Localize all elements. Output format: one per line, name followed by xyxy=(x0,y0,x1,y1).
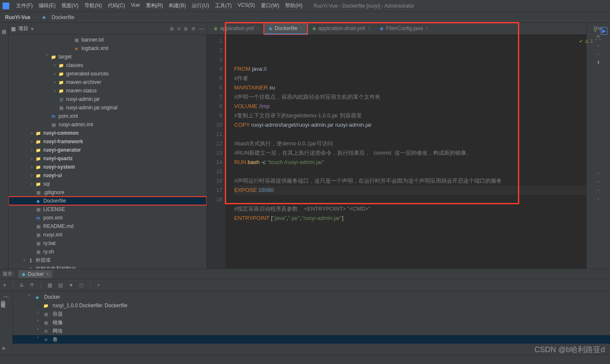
tree-row[interactable]: ›📁ruoyi-generator xyxy=(8,146,207,154)
expand-all-icon[interactable]: ⇊ xyxy=(20,282,24,288)
tree-row[interactable]: ▥ruoyi-admin.jar xyxy=(8,95,207,103)
code-line[interactable]: COPY ruoyi-admin/target/ruoyi-admin.jar … xyxy=(234,120,586,130)
collapse-all-icon[interactable]: ⇈ xyxy=(30,282,34,288)
tree-row[interactable]: ›📁ruoyi-common xyxy=(8,129,207,137)
menu-item[interactable]: 窗口(W) xyxy=(258,1,282,11)
tree-arrow-icon[interactable]: › xyxy=(29,172,35,178)
breadcrumb-root[interactable]: RuoYi-Vue xyxy=(5,14,31,20)
chevron-up-icon[interactable]: ˄ xyxy=(595,36,597,46)
code-line[interactable]: #声明一个挂载点，容器内此路径会对应宿主机的某个文件夹 xyxy=(234,92,586,102)
menu-item[interactable]: Vue xyxy=(129,1,143,11)
menu-item[interactable]: 代码(C) xyxy=(105,1,128,11)
locate-icon[interactable]: ⊕ xyxy=(170,26,174,32)
tree-row[interactable]: mpom.xml xyxy=(8,112,207,120)
star-icon[interactable]: ★ xyxy=(1,345,6,351)
close-icon[interactable]: × xyxy=(256,26,259,31)
chevron-down-icon[interactable]: ▾ xyxy=(31,26,34,32)
code-line[interactable] xyxy=(234,223,586,232)
tree-row[interactable]: ›📁ruoyi-quartz xyxy=(8,154,207,163)
tree-row[interactable]: ▤LICENSE xyxy=(8,205,207,214)
tree-arrow-icon[interactable]: › xyxy=(21,257,27,263)
tree-row[interactable]: mpom.xml xyxy=(8,214,207,222)
tree-row[interactable]: ›📁maven-status xyxy=(8,86,207,95)
tree-arrow-icon[interactable]: ˅ xyxy=(35,328,41,334)
toolbar-run-icons[interactable]: ↘ ▶ xyxy=(593,27,607,35)
add-icon[interactable]: + xyxy=(3,281,6,289)
breadcrumb-file[interactable]: Dockerfile xyxy=(52,14,74,20)
services-tree-row[interactable]: ˅◆Docker xyxy=(13,293,610,301)
tree-arrow-icon[interactable]: › xyxy=(29,139,35,144)
tree-arrow-icon[interactable]: ˅ xyxy=(35,320,41,325)
services-tree-row[interactable]: 📁ruoyi_1.0.0 Dockerfile: Dockerfile xyxy=(13,301,610,310)
code-line[interactable]: RUN bash -c "touch /ruoyi-admin.jar" xyxy=(234,158,586,167)
tree-arrow-icon[interactable]: › xyxy=(29,181,35,187)
editor-tab[interactable]: ◈FilterConfig.java× xyxy=(375,23,432,34)
close-icon[interactable]: × xyxy=(425,26,428,31)
menu-item[interactable]: 导航(N) xyxy=(82,1,104,11)
menu-item[interactable]: VCS(S) xyxy=(235,1,257,11)
project-tool-tab[interactable]: 项目 xyxy=(0,23,8,30)
hammer-icon[interactable]: ↘ xyxy=(593,27,597,35)
hide-icon[interactable]: — xyxy=(199,26,204,32)
tree-arrow-icon[interactable]: › xyxy=(29,156,35,161)
left-vertical-tabs[interactable]: 结构 收藏夹 xyxy=(0,297,6,299)
tree-row[interactable]: ›‖外部库 xyxy=(8,256,207,264)
tree-row[interactable]: ›📁classes xyxy=(8,61,207,69)
chevron-right-icon[interactable]: › xyxy=(598,187,599,192)
services-tree[interactable]: ˅◆Docker📁ruoyi_1.0.0 Dockerfile: Dockerf… xyxy=(13,291,610,350)
editor-tab[interactable]: ◈application-druid.yml× xyxy=(308,23,375,34)
code-line[interactable]: #声明运行时容器提供服务端口，这只是一个声明，在运行时并不会因为这个声明应用就会… xyxy=(234,176,586,186)
tree-row[interactable]: ▤ruoyi-admin.jar.original xyxy=(8,103,207,112)
services-tree-row[interactable]: ˅▦容器 xyxy=(13,310,610,318)
tree-arrow-icon[interactable]: › xyxy=(29,130,35,136)
collapse-icon[interactable]: ≣ xyxy=(184,26,188,32)
tree-row[interactable]: ▤ruoyi-admin.iml xyxy=(8,120,207,129)
menu-item[interactable]: 文件(F) xyxy=(14,1,35,11)
close-icon[interactable]: × xyxy=(46,271,49,277)
download-icon[interactable]: ⬇ xyxy=(596,60,600,65)
editor-body[interactable]: 123456789101112131415161718 ✔ ⚠ 1 ˄ ˅ FR… xyxy=(207,35,586,269)
code-line[interactable]: VOLUME /tmp xyxy=(234,102,586,111)
tree-arrow-icon[interactable]: ˅ xyxy=(44,54,50,60)
tree-row[interactable]: ›📁sql xyxy=(8,180,207,188)
services-tree-row[interactable]: ˅≋卷 xyxy=(13,335,610,344)
tree-arrow-icon[interactable]: › xyxy=(52,62,58,68)
editor-tab[interactable]: ◈application.yml× xyxy=(210,23,263,34)
tree-row[interactable]: ◆Dockerfile xyxy=(8,197,207,205)
menu-item[interactable]: 工具(T) xyxy=(213,1,234,11)
tree-arrow-icon[interactable]: ˅ xyxy=(26,294,32,300)
project-panel-title[interactable]: 项目 xyxy=(18,25,28,32)
menu-item[interactable]: 运行(U) xyxy=(189,1,212,11)
tree-row[interactable]: ◎临时文件和控制台 xyxy=(8,264,207,269)
tree-arrow-icon[interactable]: › xyxy=(29,147,35,153)
expand-icon[interactable]: ≡ xyxy=(177,26,180,32)
menu-item[interactable]: 编辑(E) xyxy=(36,1,58,11)
inspection-badge[interactable]: ✔ ⚠ 1 ˄ ˅ xyxy=(579,36,602,46)
group-icon[interactable]: ▤ xyxy=(58,282,63,288)
tree-row[interactable]: ▤ruoyi.iml xyxy=(8,231,207,239)
menu-item[interactable]: 视图(V) xyxy=(59,1,81,11)
code-line[interactable]: #复制上下文目录下的target/demo-1.0.0.jar 到容器里 xyxy=(234,111,586,120)
plus-icon[interactable]: + xyxy=(97,282,100,288)
tree-arrow-icon[interactable]: › xyxy=(52,71,58,77)
code-line[interactable]: #指定容器启动程序及参数 <ENTRYPOINT> "<CMD>" xyxy=(234,204,586,214)
filter-icon[interactable]: ▼ xyxy=(69,282,74,288)
tree-arrow-icon[interactable]: ˅ xyxy=(35,311,41,317)
tree-row[interactable]: ▤banner.txt xyxy=(8,36,207,44)
chevron-right-icon[interactable]: › xyxy=(598,170,599,175)
tree-row[interactable]: ›📁ruoyi-ui xyxy=(8,171,207,180)
code-line[interactable] xyxy=(234,195,586,204)
chevron-right-icon[interactable]: › xyxy=(598,51,599,56)
code-line[interactable]: #bash方式执行，使demo-0.0.1jar可访问 xyxy=(234,139,586,148)
tree-row[interactable]: ◈logback.xml xyxy=(8,44,207,53)
tree-row[interactable]: ›📁ruoyi-framework xyxy=(8,137,207,146)
editor-code[interactable]: ✔ ⚠ 1 ˄ ˅ FROM java:8#作者MAINTAINER xu#声明… xyxy=(226,35,586,269)
services-tree-row[interactable]: ˅▦镜像 xyxy=(13,318,610,327)
code-line[interactable]: #作者 xyxy=(234,74,586,83)
tree-arrow-icon[interactable]: › xyxy=(52,88,58,94)
code-line[interactable]: EXPOSE 18080 xyxy=(234,186,586,195)
tree-row[interactable]: ▤.gitignore xyxy=(8,188,207,197)
editor-tab[interactable]: ◈Dockerfile× xyxy=(264,23,307,34)
code-line[interactable]: ENTRYPOINT ["java","-jar","ruoyi-admin.j… xyxy=(234,214,586,223)
tree-row[interactable]: ▤ry.bat xyxy=(8,239,207,247)
